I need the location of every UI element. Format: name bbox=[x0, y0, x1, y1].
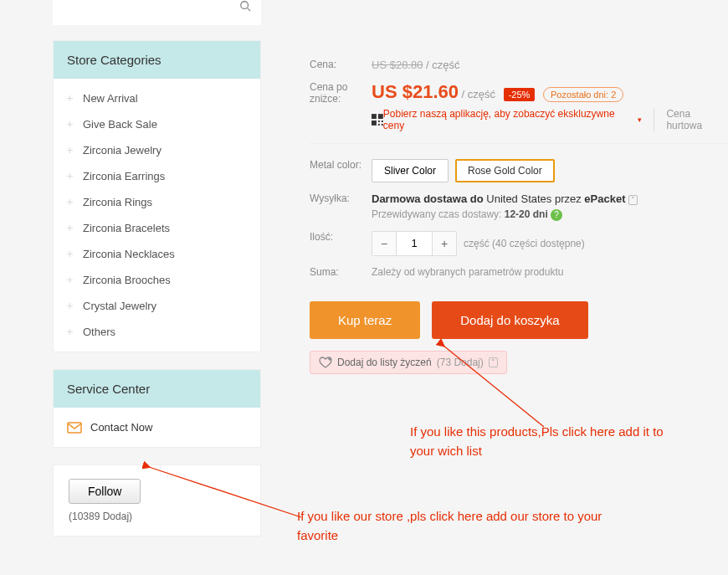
shipping-method: ePacket bbox=[584, 193, 625, 205]
plus-icon bbox=[67, 303, 73, 309]
plus-icon bbox=[67, 225, 73, 231]
qty-decrease-button[interactable]: − bbox=[372, 232, 396, 255]
category-label: Zirconia Rings bbox=[83, 196, 152, 208]
shipping-label: Wysyłka: bbox=[310, 193, 372, 221]
category-label: Zirconia Jewelry bbox=[83, 144, 161, 157]
contact-label: Contact Now bbox=[90, 421, 152, 434]
total-depends: Zależy od wybranych parametrów produktu bbox=[372, 266, 728, 278]
plus-icon bbox=[67, 277, 73, 283]
sidebar-category-item[interactable]: Zirconia Jewelry bbox=[54, 137, 260, 163]
plus-icon bbox=[67, 251, 73, 257]
plus-icon bbox=[67, 173, 73, 179]
category-label: New Arrival bbox=[83, 92, 138, 105]
category-label: Zirconia Necklaces bbox=[83, 248, 175, 260]
sidebar-category-item[interactable]: New Arrival bbox=[54, 85, 260, 111]
discount-price-label: Cena po zniżce: bbox=[310, 81, 372, 131]
sidebar-category-item[interactable]: Others bbox=[54, 319, 260, 345]
follow-panel: Follow (10389 Dodaj) bbox=[53, 465, 261, 536]
wishlist-label: Dodaj do listy życzeń bbox=[337, 357, 432, 368]
svg-line-1 bbox=[248, 8, 251, 12]
plus-icon bbox=[67, 329, 73, 335]
variant-option[interactable]: Sliver Color bbox=[372, 159, 449, 182]
add-to-wishlist-button[interactable]: Dodaj do listy życzeń (73 Dodaj) ˅ bbox=[310, 351, 507, 374]
category-label: Zirconia Earrings bbox=[83, 170, 165, 182]
category-label: Zirconia Bracelets bbox=[83, 222, 170, 234]
old-price: US $28.80 bbox=[372, 59, 423, 71]
service-header: Service Center bbox=[54, 370, 260, 408]
plus-icon bbox=[67, 199, 73, 205]
quantity-stepper: − + bbox=[372, 231, 457, 256]
sidebar-category-item[interactable]: Zirconia Brooches bbox=[54, 267, 260, 293]
qr-icon bbox=[372, 114, 383, 126]
mail-icon bbox=[67, 422, 82, 434]
svg-rect-2 bbox=[68, 423, 81, 433]
qty-increase-button[interactable]: + bbox=[433, 232, 456, 255]
contact-now-link[interactable]: Contact Now bbox=[54, 408, 260, 447]
svg-point-0 bbox=[241, 2, 249, 9]
service-panel: Service Center Contact Now bbox=[53, 369, 261, 448]
follow-button[interactable]: Follow bbox=[69, 479, 141, 504]
old-price-unit: / część bbox=[426, 59, 459, 71]
help-icon[interactable]: ? bbox=[551, 209, 562, 221]
price-label: Cena: bbox=[310, 59, 372, 71]
time-left-badge: Pozostało dni: 2 bbox=[543, 87, 623, 102]
plus-icon bbox=[67, 95, 73, 101]
category-label: Crystal Jewelry bbox=[83, 300, 156, 312]
category-label: Zirconia Brooches bbox=[83, 274, 171, 286]
wholesale-link[interactable]: Cena hurtowa bbox=[654, 108, 728, 131]
qty-label: Ilość: bbox=[310, 231, 372, 256]
shipping-days: 12-20 dni bbox=[505, 208, 548, 220]
qty-unit: część bbox=[464, 238, 490, 249]
shipping-dropdown[interactable]: ˅ bbox=[628, 195, 638, 205]
shipping-est-label: Przewidywany czas dostawy: bbox=[372, 208, 501, 220]
product-detail: Cena: US $28.80 / część Cena po zniżce: … bbox=[261, 0, 728, 553]
categories-panel: Store Categories New ArrivalGive Back Sa… bbox=[53, 40, 261, 352]
sidebar-category-item[interactable]: Zirconia Earrings bbox=[54, 163, 260, 189]
shipping-via: przez bbox=[555, 193, 582, 205]
discount-badge: -25% bbox=[504, 88, 536, 101]
app-promo-text: Pobierz naszą aplikację, aby zobaczyć ek… bbox=[383, 108, 635, 131]
shipping-country: United States bbox=[486, 193, 551, 205]
plus-icon bbox=[67, 147, 73, 153]
svg-rect-3 bbox=[372, 114, 377, 119]
plus-icon bbox=[67, 121, 73, 127]
variant-option[interactable]: Rose Gold Color bbox=[455, 159, 555, 182]
categories-header: Store Categories bbox=[54, 41, 260, 79]
category-label: Others bbox=[83, 326, 115, 338]
sidebar-category-item[interactable]: Zirconia Rings bbox=[54, 189, 260, 215]
variant-label: Metal color: bbox=[310, 159, 372, 182]
sidebar-category-item[interactable]: Zirconia Necklaces bbox=[54, 241, 260, 267]
wishlist-dropdown[interactable]: ˅ bbox=[489, 357, 498, 367]
price: US $21.60 bbox=[372, 81, 459, 102]
qty-available: (40 części dostępne) bbox=[492, 238, 585, 249]
sidebar-category-item[interactable]: Zirconia Bracelets bbox=[54, 215, 260, 241]
follow-count: (10389 Dodaj) bbox=[69, 511, 245, 522]
svg-rect-8 bbox=[378, 124, 380, 126]
qty-input[interactable] bbox=[396, 232, 433, 255]
search-icon bbox=[239, 0, 251, 12]
total-label: Suma: bbox=[310, 266, 372, 278]
svg-rect-5 bbox=[372, 121, 377, 126]
wishlist-count: (73 Dodaj) bbox=[437, 357, 484, 368]
heart-icon bbox=[319, 357, 332, 368]
sidebar-category-item[interactable]: Give Back Sale bbox=[54, 111, 260, 137]
sidebar-category-item[interactable]: Crystal Jewelry bbox=[54, 293, 260, 319]
category-label: Give Back Sale bbox=[83, 118, 157, 131]
add-to-cart-button[interactable]: Dodaj do koszyka bbox=[432, 301, 587, 339]
shipping-free: Darmowa dostawa do bbox=[372, 193, 484, 205]
divider bbox=[310, 143, 728, 144]
search-bar[interactable] bbox=[53, 0, 261, 25]
buy-now-button[interactable]: Kup teraz bbox=[310, 301, 420, 339]
chevron-down-icon: ▾ bbox=[638, 116, 642, 124]
price-unit: / część bbox=[462, 88, 495, 100]
svg-rect-6 bbox=[378, 121, 380, 122]
app-promo-link[interactable]: Pobierz naszą aplikację, aby zobaczyć ek… bbox=[383, 108, 643, 131]
